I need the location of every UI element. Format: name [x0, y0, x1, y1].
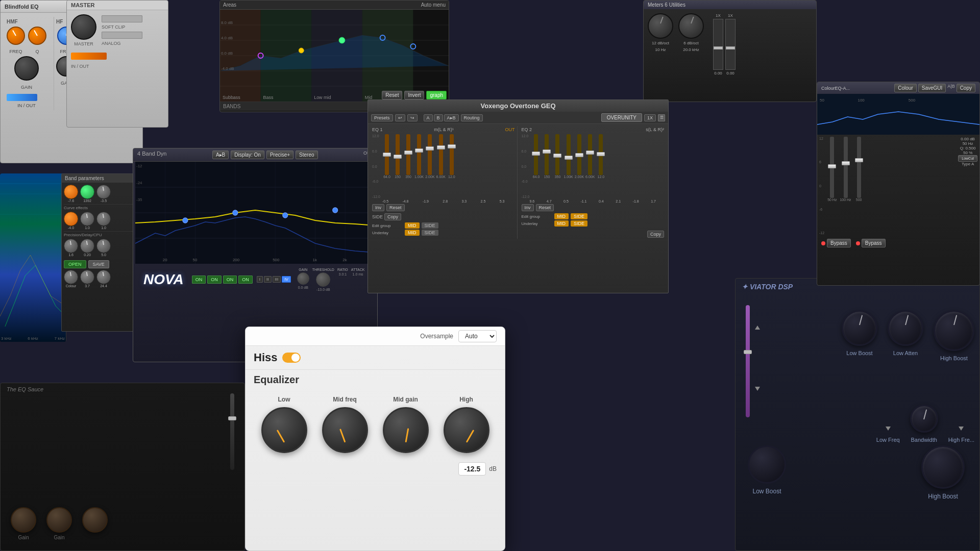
nova-precise-button[interactable]: Precise+ [266, 151, 293, 159]
high-boost-right-knob[interactable] [934, 310, 974, 351]
freq-knob[interactable] [80, 185, 94, 199]
invert-button[interactable]: Invert [404, 91, 424, 99]
fader-12k-track[interactable] [450, 134, 454, 175]
redo-button[interactable]: ↪ [407, 114, 418, 121]
eq-sauce-fader[interactable] [230, 393, 234, 470]
fader-350-track[interactable] [406, 134, 410, 175]
db-range-knob[interactable] [96, 270, 111, 284]
eq-sauce-knob-2[interactable] [46, 507, 72, 533]
band-iv-gain-knob[interactable] [297, 272, 309, 285]
low-atten-knob[interactable] [888, 310, 923, 346]
nova-on-2[interactable]: ON [207, 276, 222, 284]
band-iii[interactable]: III [273, 276, 281, 283]
meter-knob-2[interactable] [678, 13, 704, 39]
save-gui-button[interactable]: SaveGUI [918, 84, 946, 92]
nova-ab-button[interactable]: A▸B [212, 151, 229, 159]
band-i[interactable]: I [257, 276, 263, 283]
open-button[interactable]: OPEN [64, 260, 86, 268]
eq2-fader-2-track[interactable] [545, 134, 549, 175]
hmf-freq-knob[interactable] [7, 27, 25, 45]
fader-150-track[interactable] [396, 134, 400, 175]
edit-mid-label[interactable]: MID [405, 222, 420, 229]
colour-button[interactable]: Colour [894, 84, 916, 92]
eq1-copy-button[interactable]: Copy [384, 213, 401, 220]
nova-stereo-button[interactable]: Stereo [296, 151, 317, 159]
hmf-gain-knob[interactable] [14, 56, 39, 81]
eq2-fader-5-track[interactable] [577, 134, 581, 175]
eq-sauce-knob-1[interactable] [11, 507, 36, 533]
band-iv-thresh-knob[interactable] [316, 272, 330, 287]
eq2-fader-6-track[interactable] [588, 134, 592, 175]
eq1-inv-button[interactable]: Inv [372, 204, 384, 211]
ab-button[interactable]: A▸B [444, 114, 459, 121]
eq2-fader-4-track[interactable] [567, 134, 571, 175]
eq2-under-mid[interactable]: MID [554, 220, 569, 227]
mid-freq-knob[interactable] [322, 407, 368, 453]
underlay-mid-label[interactable]: MID [405, 230, 420, 236]
oversample-select[interactable]: Auto [458, 330, 497, 342]
band-iv[interactable]: IV [282, 276, 291, 283]
transition-knob[interactable] [64, 212, 78, 226]
gain-knob[interactable] [64, 185, 78, 199]
high-knob[interactable] [444, 407, 489, 453]
1x-button[interactable]: 1X [644, 114, 656, 121]
colour-gain-knob[interactable] [80, 270, 94, 284]
in-out-button[interactable] [71, 53, 107, 60]
copy-button[interactable]: Copy [957, 84, 975, 92]
meter-knob-1[interactable] [648, 13, 673, 39]
underlay-side-label[interactable]: SIDE [422, 230, 438, 236]
nova-on-4[interactable]: ON [238, 276, 253, 284]
nova-on-3[interactable]: ON [223, 276, 237, 284]
lowcut-button[interactable]: LowCut [958, 155, 977, 162]
a-button[interactable]: A [424, 114, 433, 121]
eq2-under-side[interactable]: SIDE [571, 220, 587, 227]
eq-sauce-knob-3[interactable] [82, 507, 108, 533]
bypass-button-1[interactable]: Bypass [827, 239, 851, 247]
resolution-knob[interactable] [64, 239, 78, 253]
fader-2k-track[interactable] [428, 134, 432, 175]
slope-knob[interactable] [96, 185, 111, 199]
cfader-1-track[interactable] [830, 137, 834, 198]
reset-button[interactable]: Reset [382, 91, 402, 99]
low-boost-knob[interactable] [842, 310, 877, 346]
presets-button[interactable]: Presets [371, 114, 393, 121]
eq2-fader-3-track[interactable] [555, 134, 559, 175]
cfader-2-track[interactable] [844, 137, 848, 198]
limiter-knob[interactable] [96, 239, 111, 253]
high-boost-knob[interactable] [921, 445, 965, 489]
overall-gain-knob[interactable] [80, 212, 94, 226]
meter-fader-1[interactable] [713, 19, 723, 70]
delay-knob[interactable] [80, 239, 94, 253]
eq2-fader-1-track[interactable] [534, 134, 538, 175]
menu-button[interactable]: ☰ [658, 114, 665, 121]
undo-button[interactable]: ↩ [395, 114, 405, 121]
eq2-edit-mid[interactable]: MID [554, 213, 569, 219]
fader-6k-track[interactable] [439, 134, 443, 175]
nova-display-button[interactable]: Display: On [231, 151, 264, 159]
save-button[interactable]: SAVE [88, 260, 109, 268]
low-boost-knob-2[interactable] [748, 445, 786, 484]
master-output-knob[interactable] [71, 14, 96, 40]
band-ii[interactable]: II [264, 276, 271, 283]
b-button[interactable]: B [434, 114, 443, 121]
eq2-edit-side[interactable]: SIDE [571, 213, 587, 219]
hiss-toggle[interactable] [282, 353, 301, 363]
nova-on-1[interactable]: ON [192, 276, 206, 284]
hmf-q-knob[interactable] [28, 27, 46, 45]
routing-button[interactable]: Routing [461, 114, 483, 121]
hmf-inout-button[interactable] [7, 94, 37, 101]
eq2-reset-button[interactable]: Reset [536, 204, 554, 211]
meter-fader-2[interactable] [725, 19, 736, 70]
viator-fader[interactable] [746, 305, 750, 417]
fader-1k-track[interactable] [417, 134, 421, 175]
bandwidth-knob[interactable] [910, 405, 938, 433]
edit-side-label[interactable]: SIDE [422, 222, 438, 229]
eq2-fader-7-track[interactable] [599, 134, 603, 175]
eq2-copy-button[interactable]: Copy [647, 231, 664, 238]
cfader-3-track[interactable] [857, 137, 861, 198]
eq1-reset-button[interactable]: Reset [386, 204, 405, 211]
gain-scale-knob[interactable] [96, 212, 111, 226]
low-knob[interactable] [261, 407, 307, 453]
eq2-inv-button[interactable]: Inv [522, 204, 534, 211]
graph-button[interactable]: graph [426, 91, 447, 99]
